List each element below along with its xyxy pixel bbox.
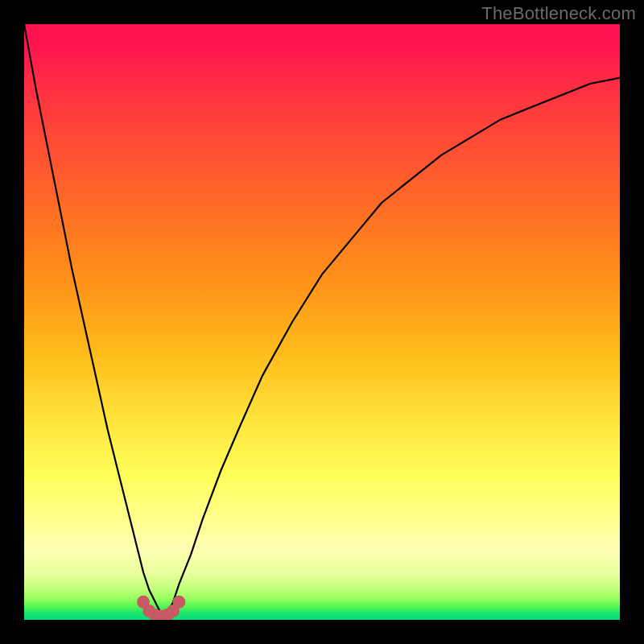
heat-gradient	[24, 24, 620, 620]
watermark-text: TheBottleneck.com	[481, 3, 636, 24]
plot-area	[24, 24, 620, 620]
chart-frame: TheBottleneck.com	[0, 0, 644, 644]
